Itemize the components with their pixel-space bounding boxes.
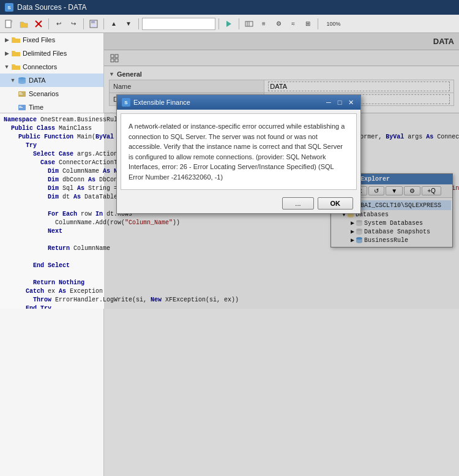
right-panel: DATA ▼ General Name	[104, 33, 459, 476]
svg-rect-6	[91, 25, 96, 27]
open-button[interactable]	[17, 17, 31, 31]
sep6	[239, 18, 239, 29]
sep3	[103, 18, 104, 29]
modal-close-button[interactable]: ✕	[346, 98, 356, 107]
tree-scenarios[interactable]: Scenarios	[0, 87, 103, 100]
modal-ok-button[interactable]: OK	[318, 197, 354, 210]
data-label: DATA	[29, 77, 46, 84]
svg-rect-18	[19, 107, 23, 108]
svg-rect-17	[19, 106, 21, 107]
new-button[interactable]	[2, 17, 16, 31]
folder-icon-delimited	[11, 48, 21, 58]
title-bar: S Data Sources - DATA	[0, 0, 459, 15]
modal-overlay: S Extensible Finance ─ □ ✕ A network-rel…	[104, 33, 459, 476]
expand-arrow-fixed: ▶	[2, 36, 11, 44]
svg-rect-5	[91, 20, 95, 23]
modal-maximize-button[interactable]: □	[335, 98, 345, 107]
search-input[interactable]	[142, 18, 215, 30]
modal-minimize-button[interactable]: ─	[324, 98, 334, 107]
expand-arrow-data: ▼	[9, 76, 17, 85]
icon-scenarios	[17, 89, 27, 99]
modal-ellipsis-button[interactable]: ...	[282, 197, 313, 210]
modal-footer: ... OK	[117, 194, 360, 213]
tool4-button[interactable]: ≈	[286, 17, 300, 31]
label-time: Time	[29, 104, 43, 111]
folder-icon-connectors	[11, 62, 21, 72]
main-toolbar: ↩ ↪ ▲ ▼ ≡ ⚙ ≈ ⊞ 100%	[0, 15, 459, 33]
tree-data[interactable]: ▼ DATA	[0, 74, 103, 87]
expand-arrow-connectors: ▼	[2, 62, 11, 71]
up-button[interactable]: ▲	[107, 17, 121, 31]
modal-title-text: Extensible Finance	[133, 99, 190, 106]
db-icon-data	[17, 75, 27, 85]
down-button[interactable]: ▼	[122, 17, 135, 31]
sep5	[218, 18, 219, 29]
tree-connectors[interactable]: ▼ Connectors	[0, 60, 103, 74]
connectors-label: Connectors	[23, 63, 57, 70]
fixed-files-label: Fixed Files	[23, 36, 55, 43]
modal-title-left: S Extensible Finance	[122, 98, 190, 107]
zoom-button[interactable]: 100%	[321, 17, 346, 31]
modal-message: A network-related or instance-specific e…	[121, 113, 357, 190]
undo-button[interactable]: ↩	[52, 17, 65, 31]
run-button[interactable]	[222, 17, 236, 31]
folder-icon-fixed	[11, 35, 21, 45]
sep7	[318, 18, 318, 29]
redo-button[interactable]: ↪	[67, 17, 80, 31]
save-button[interactable]	[87, 17, 100, 31]
expand-arrow-delimited: ▶	[2, 49, 11, 58]
app-icon: S	[5, 3, 13, 12]
modal-icon: S	[122, 98, 130, 107]
close-button[interactable]	[32, 17, 45, 31]
tool1-button[interactable]	[242, 17, 256, 31]
svg-rect-14	[19, 93, 21, 93]
tree-delimited-files[interactable]: ▶ Delimited Files	[0, 47, 103, 60]
tree-time[interactable]: Time	[0, 100, 103, 114]
delimited-files-label: Delimited Files	[23, 50, 67, 57]
svg-rect-0	[6, 20, 11, 28]
tool5-button[interactable]: ⊞	[301, 17, 315, 31]
sep2	[83, 18, 84, 29]
svg-rect-15	[19, 94, 23, 94]
modal-titlebar: S Extensible Finance ─ □ ✕	[117, 95, 360, 110]
modal-controls: ─ □ ✕	[324, 98, 356, 107]
tree-fixed-files[interactable]: ▶ Fixed Files	[0, 33, 103, 47]
svg-marker-7	[226, 21, 231, 27]
window-title: Data Sources - DATA	[17, 3, 87, 12]
tool3-button[interactable]: ⚙	[272, 17, 285, 31]
icon-time	[17, 102, 27, 112]
error-dialog: S Extensible Finance ─ □ ✕ A network-rel…	[116, 94, 361, 214]
sep4	[138, 18, 139, 29]
tool2-button[interactable]: ≡	[257, 17, 271, 31]
label-scenarios: Scenarios	[29, 90, 59, 97]
sep1	[48, 18, 49, 29]
